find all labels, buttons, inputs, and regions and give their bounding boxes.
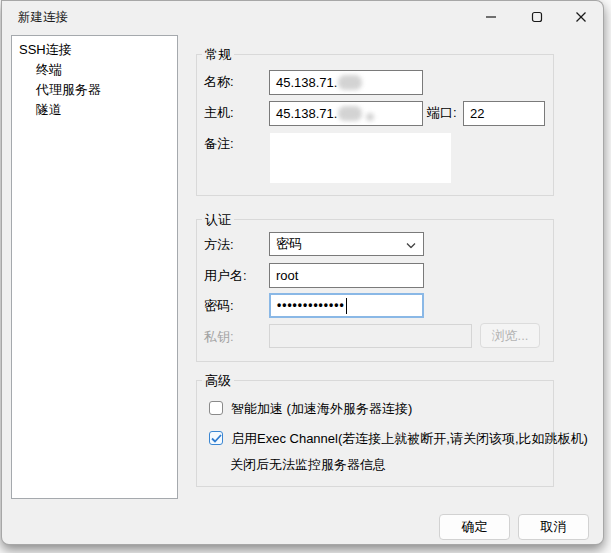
private-key-label: 私钥: [204,329,234,345]
maximize-button[interactable] [515,1,559,32]
minimize-button[interactable] [469,1,513,32]
remark-textarea[interactable] [270,133,451,183]
exec-channel-label: 启用Exec Channel(若连接上就被断开,请关闭该项,比如跳板机) [231,430,588,447]
sidebar-item-terminal[interactable]: 终端 [12,60,177,80]
password-label: 密码: [204,298,234,314]
exec-channel-checkbox-row[interactable]: 启用Exec Channel(若连接上就被断开,请关闭该项,比如跳板机) [209,430,588,447]
window-title: 新建连接 [18,9,68,26]
sidebar-item-ssh-connection[interactable]: SSH连接 [12,40,177,60]
host-input[interactable]: 45.138.71. [269,101,423,126]
close-icon [575,11,587,23]
category-list: SSH连接 终端 代理服务器 隧道 [11,35,178,499]
advanced-legend: 高级 [202,372,234,389]
method-value: 密码 [276,235,302,253]
exec-channel-checkbox[interactable] [209,431,223,445]
auth-legend: 认证 [202,211,234,228]
name-input[interactable]: 45.138.71. [269,70,423,95]
redacted-text [338,106,362,121]
username-input[interactable]: root [269,263,424,288]
sidebar-item-proxy-server[interactable]: 代理服务器 [12,80,177,100]
ok-button[interactable]: 确定 [439,514,510,540]
close-button[interactable] [559,1,603,32]
port-value: 22 [470,102,484,125]
remark-label: 备注: [204,136,234,152]
username-label: 用户名: [204,268,247,284]
name-value: 45.138.71. [276,71,337,94]
password-masked-value: ••••••••••••• [277,295,345,316]
general-legend: 常规 [202,46,234,63]
port-label: 端口: [427,105,457,121]
text-caret [346,298,347,314]
chevron-down-icon [406,237,416,252]
smart-accel-label: 智能加速 (加速海外服务器连接) [231,400,412,417]
maximize-icon [531,11,543,23]
name-label: 名称: [204,74,234,90]
smart-accel-checkbox[interactable] [209,401,223,415]
new-connection-dialog: 新建连接 SSH连接 终端 代理服务器 隧道 常规 名称: 45.138.71.… [1,0,604,545]
host-label: 主机: [204,105,234,121]
method-label: 方法: [204,237,234,253]
host-value: 45.138.71. [276,102,337,125]
sidebar-item-tunnel[interactable]: 隧道 [12,100,177,120]
browse-button: 浏览... [480,323,540,348]
password-input[interactable]: ••••••••••••• [269,293,424,318]
minimize-icon [485,11,497,23]
exec-channel-note: 关闭后无法监控服务器信息 [230,456,386,474]
titlebar: 新建连接 [2,1,603,33]
method-select[interactable]: 密码 [269,232,424,256]
redacted-text [338,75,362,90]
private-key-input [269,324,472,348]
username-value: root [276,264,298,287]
port-input[interactable]: 22 [463,101,545,126]
smart-accel-checkbox-row[interactable]: 智能加速 (加速海外服务器连接) [209,400,412,417]
redacted-text [366,113,374,121]
cancel-button[interactable]: 取消 [518,514,589,540]
